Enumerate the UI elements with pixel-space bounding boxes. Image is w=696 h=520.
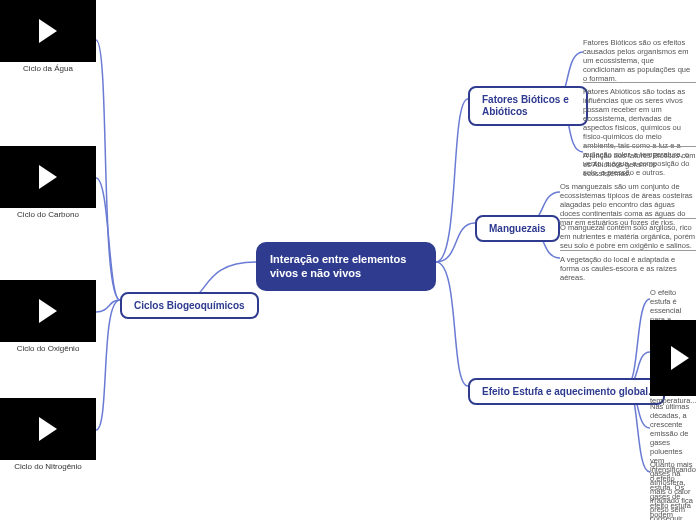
video-carbono-caption: Ciclo do Carbono	[0, 210, 96, 219]
video-oxigenio-caption: Ciclo do Oxigênio	[0, 344, 96, 353]
video-agua-caption: Ciclo da Água	[0, 64, 96, 73]
central-topic[interactable]: Interação entre elementos vivos e não vi…	[256, 242, 436, 291]
video-nitrogenio-caption: Ciclo do Nitrogênio	[0, 462, 96, 471]
branch-fatores[interactable]: Fatores Bióticos e Abióticos	[468, 86, 588, 126]
branch-efeito-label: Efeito Estufa e aquecimento global.	[482, 386, 651, 397]
branch-fatores-label: Fatores Bióticos e Abióticos	[482, 94, 569, 117]
text-juncao: A junção dos fatores Bióticos com os Abi…	[583, 146, 696, 178]
branch-manguezais-label: Manguezais	[489, 223, 546, 234]
text-manguezais-3: A vegetação do local é adaptada e forma …	[560, 250, 696, 282]
play-icon	[39, 417, 57, 441]
branch-manguezais[interactable]: Manguezais	[475, 215, 560, 242]
play-icon	[39, 19, 57, 43]
video-oxigenio-thumb[interactable]	[0, 280, 96, 342]
video-agua[interactable]: Ciclo da Água	[0, 0, 96, 73]
video-carbono[interactable]: Ciclo do Carbono	[0, 146, 96, 219]
branch-ciclos-label: Ciclos Biogeoquímicos	[134, 300, 245, 311]
video-nitrogenio-thumb[interactable]	[0, 398, 96, 460]
text-fatores-bioticos: Fatores Bióticos são os efeitos causados…	[583, 38, 696, 83]
branch-efeito[interactable]: Efeito Estufa e aquecimento global.	[468, 378, 665, 405]
video-agua-thumb[interactable]	[0, 0, 96, 62]
play-icon	[671, 346, 689, 370]
central-title: Interação entre elementos vivos e não vi…	[270, 253, 406, 279]
video-efeito-thumb[interactable]	[650, 320, 696, 396]
text-manguezais-2: O manguezal contém solo argiloso, rico e…	[560, 218, 696, 250]
video-efeito[interactable]	[650, 320, 696, 396]
text-efeito-3: Quanto mais gases na atmosfera, mais o c…	[650, 460, 696, 520]
video-carbono-thumb[interactable]	[0, 146, 96, 208]
play-icon	[39, 299, 57, 323]
play-icon	[39, 165, 57, 189]
video-nitrogenio[interactable]: Ciclo do Nitrogênio	[0, 398, 96, 471]
video-oxigenio[interactable]: Ciclo do Oxigênio	[0, 280, 96, 353]
branch-ciclos[interactable]: Ciclos Biogeoquímicos	[120, 292, 259, 319]
